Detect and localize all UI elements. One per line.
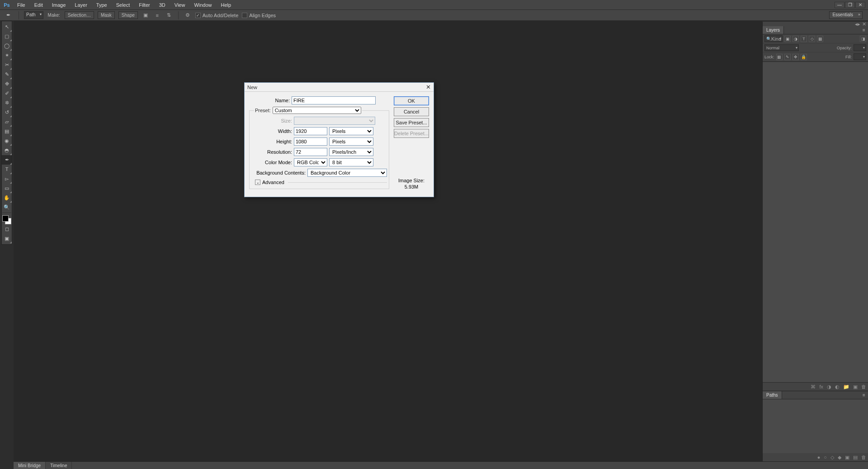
filter-smart-icon[interactable]: ▦ — [817, 36, 823, 42]
menu-3d[interactable]: 3D — [155, 0, 170, 10]
panel-collapse-strip[interactable]: ◂▸✕ — [763, 22, 868, 26]
chevron-down-icon: ⌄ — [255, 180, 260, 185]
paths-list[interactable] — [763, 399, 868, 453]
menu-image[interactable]: Image — [47, 0, 71, 10]
layers-panel-menu[interactable]: ≡ — [860, 26, 868, 34]
cancel-button[interactable]: Cancel — [394, 107, 429, 116]
height-unit-select[interactable]: Pixels — [329, 137, 373, 146]
make-selection-button[interactable]: Selection… — [65, 11, 94, 19]
window-minimize[interactable]: — — [835, 2, 844, 8]
workspace-selector[interactable]: Essentials — [829, 11, 863, 19]
link-layers-icon[interactable]: ⌘ — [811, 384, 816, 390]
filter-toggle[interactable]: ◨ — [860, 36, 866, 42]
layers-list[interactable] — [763, 62, 868, 383]
tab-paths[interactable]: Paths — [763, 391, 782, 399]
align-edges-checkbox[interactable]: Align Edges — [242, 13, 276, 18]
menu-layer[interactable]: Layer — [70, 0, 92, 10]
filter-shape-icon[interactable]: ◇ — [809, 36, 815, 42]
lock-all-icon[interactable]: 🔒 — [801, 54, 807, 60]
paths-panel: Paths ≡ ● ○ ◇ ◆ ▣ ▤ 🗑 — [763, 391, 868, 461]
width-label: Width: — [251, 128, 292, 134]
window-close[interactable]: ✕ — [855, 2, 865, 8]
options-bar: ✒ Path Make: Selection… Mask Shape ▣ ≡ ⇅… — [0, 10, 868, 21]
new-layer-icon[interactable]: ▣ — [853, 384, 858, 390]
opacity-label: Opacity: — [837, 46, 852, 50]
layers-footer: ⌘ fx ◑ ◐ 📁 ▣ 🗑 — [763, 383, 868, 391]
menu-filter[interactable]: Filter — [134, 0, 154, 10]
blend-mode-select[interactable]: Normal — [764, 44, 799, 51]
lock-label: Lock: — [764, 55, 774, 59]
bit-depth-select[interactable]: 8 bit — [329, 158, 373, 166]
resolution-input[interactable] — [294, 148, 327, 156]
image-size-label: Image Size: — [394, 178, 429, 183]
auto-add-delete-label: Auto Add/Delete — [203, 13, 239, 18]
new-path-icon[interactable]: ▤ — [853, 455, 858, 460]
advanced-label: Advanced — [262, 180, 284, 185]
layer-filter-kind[interactable]: 🔍 Kind — [764, 35, 783, 42]
resolution-unit-select[interactable]: Pixels/Inch — [329, 148, 373, 156]
status-bar: Mini Bridge Timeline — [14, 461, 868, 469]
menu-type[interactable]: Type — [92, 0, 112, 10]
filter-adjust-icon[interactable]: ◑ — [793, 36, 799, 42]
delete-layer-icon[interactable]: 🗑 — [861, 384, 866, 389]
path-arrange-icon[interactable]: ⇅ — [165, 11, 173, 19]
path-to-selection-icon[interactable]: ◇ — [830, 455, 834, 460]
preset-select[interactable]: Custom — [273, 107, 361, 114]
new-document-dialog: New ✕ Name: Preset: Custom Size: Width: — [244, 82, 434, 197]
menu-view[interactable]: View — [170, 0, 190, 10]
tab-layers[interactable]: Layers — [763, 26, 784, 34]
filter-pixel-icon[interactable]: ▣ — [784, 36, 791, 42]
path-mode-select[interactable]: Path — [24, 11, 43, 19]
opacity-field[interactable] — [854, 44, 866, 51]
delete-path-icon[interactable]: 🗑 — [861, 455, 866, 460]
name-input[interactable] — [292, 96, 376, 104]
paths-panel-menu[interactable]: ≡ — [860, 391, 868, 399]
ok-button[interactable]: OK — [394, 96, 429, 105]
lock-move-icon[interactable]: ✥ — [793, 54, 799, 60]
dialog-titlebar[interactable]: New ✕ — [245, 83, 434, 92]
paths-footer: ● ○ ◇ ◆ ▣ ▤ 🗑 — [763, 453, 868, 461]
path-ops-icon[interactable]: ▣ — [142, 11, 150, 19]
selection-to-path-icon[interactable]: ◆ — [838, 455, 841, 460]
menu-edit[interactable]: Edit — [30, 0, 47, 10]
window-maximize[interactable]: ❐ — [845, 2, 855, 8]
fx-icon[interactable]: fx — [819, 384, 823, 389]
menu-window[interactable]: Window — [189, 0, 216, 10]
menu-select[interactable]: Select — [112, 0, 135, 10]
lock-pixels-icon[interactable]: ▦ — [776, 54, 783, 60]
separator — [19, 11, 19, 19]
save-preset-button[interactable]: Save Preset... — [394, 118, 429, 127]
fill-label: Fill: — [845, 55, 852, 59]
group-icon[interactable]: 📁 — [843, 384, 849, 390]
color-mode-select[interactable]: RGB Color — [294, 158, 327, 166]
fill-field[interactable] — [854, 53, 866, 60]
tab-mini-bridge[interactable]: Mini Bridge — [14, 462, 46, 469]
tool-preset-picker[interactable]: ✒ — [3, 11, 14, 19]
height-label: Height: — [251, 139, 292, 144]
path-align-icon[interactable]: ≡ — [153, 11, 161, 19]
gear-icon[interactable]: ⚙ — [184, 11, 192, 19]
width-input[interactable] — [294, 127, 327, 135]
fill-path-icon[interactable]: ● — [817, 455, 821, 460]
app-logo: Ps — [3, 2, 11, 8]
make-shape-button[interactable]: Shape — [118, 11, 138, 19]
menu-file[interactable]: File — [13, 0, 30, 10]
advanced-toggle[interactable]: ⌄ Advanced — [255, 180, 387, 185]
tab-timeline[interactable]: Timeline — [46, 462, 72, 469]
add-mask-icon[interactable]: ◑ — [827, 384, 831, 390]
layers-tabs: Layers ≡ — [763, 26, 868, 34]
background-select[interactable]: Background Color — [307, 169, 387, 177]
make-mask-button[interactable]: Mask — [98, 11, 115, 19]
dialog-close-icon[interactable]: ✕ — [426, 84, 431, 90]
filter-type-icon[interactable]: T — [801, 36, 807, 42]
lock-position-icon[interactable]: ✎ — [784, 54, 791, 60]
auto-add-delete-checkbox[interactable]: Auto Add/Delete — [195, 13, 239, 18]
add-mask-from-path-icon[interactable]: ▣ — [845, 455, 849, 460]
adjustment-layer-icon[interactable]: ◐ — [835, 384, 840, 390]
menu-help[interactable]: Help — [217, 0, 236, 10]
width-unit-select[interactable]: Pixels — [329, 127, 373, 135]
dialog-title-text: New — [247, 85, 257, 90]
height-input[interactable] — [294, 137, 327, 146]
resolution-label: Resolution: — [251, 149, 292, 155]
stroke-path-icon[interactable]: ○ — [824, 455, 827, 460]
